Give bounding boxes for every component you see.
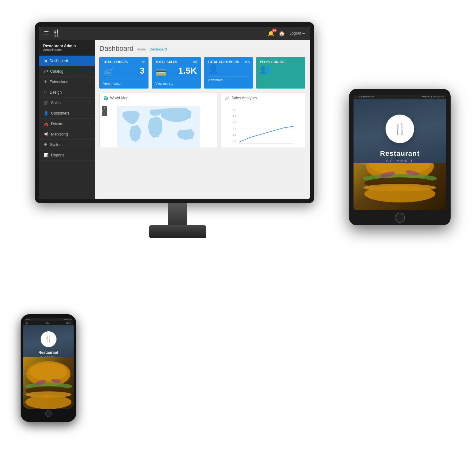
sidebar-label-extensions: Extensions (50, 80, 68, 84)
drivers-icon: 🚗 (44, 122, 49, 126)
svg-text:0.4: 0.4 (233, 134, 237, 136)
phone-burger-svg (23, 357, 74, 409)
marketing-icon: 📢 (44, 132, 49, 136)
phone-burger-area (23, 357, 74, 409)
design-arrow: › (89, 91, 90, 94)
monitor-neck (168, 203, 187, 225)
stat-card-online: PEOPLE ONLINE 👥 (256, 57, 305, 89)
phone-app-content: 🍴 Restaurant BY IMMWIT (23, 325, 74, 357)
phone-signal: VoLTE 4% (64, 319, 72, 321)
catalog-arrow: › (89, 70, 90, 73)
admin-body: Restaurant Admin Administrator ⊞ Dashboa… (39, 40, 310, 199)
map-zoom-in[interactable]: + (102, 106, 107, 111)
phone-stat-bar: 0% 0% 100% (23, 321, 74, 325)
stat-card-customers: TOTAL CUSTOMERS 0% 👤 View more... (204, 57, 253, 89)
tablet-screen: 27 Sat | 04:05 PM 0.06K/s ▲ VoLTE 4% 🍴 R… (354, 95, 446, 210)
tablet-app-name: Restaurant (380, 149, 420, 158)
phone-screen: 27 Sat VoLTE 4% 0% 0% 100% 🍴 Restaurant … (23, 318, 74, 409)
sidebar-item-sales[interactable]: 🛒 Sales › (39, 98, 95, 108)
notification-badge[interactable]: 🔔 24 (268, 30, 274, 36)
page-title: Dashboard (99, 44, 134, 53)
logout-button[interactable]: Logout ➜ (289, 31, 305, 36)
hamburger-icon[interactable]: ☰ (44, 30, 49, 37)
sidebar-item-drivers[interactable]: 🚗 Drivers › (39, 119, 95, 129)
monitor-outer: ☰ 🍴 🔔 24 🏠 Logout ➜ (35, 22, 314, 203)
tablet: 27 Sat | 04:05 PM 0.06K/s ▲ VoLTE 4% 🍴 R… (349, 89, 451, 225)
tablet-logo: 🍴 (386, 115, 414, 143)
world-map-header: 🌍 World Map (100, 93, 217, 103)
breadcrumb-home: Home (137, 47, 146, 51)
monitor-base (149, 225, 206, 238)
drivers-arrow: › (89, 122, 90, 126)
phone-stat3: 100% (66, 322, 71, 324)
sales-chart-svg: 1.2 1.0 0.8 0.6 0.4 0.2 (223, 106, 302, 147)
page-header: Dashboard Home › Dashboard (99, 44, 305, 53)
notification-count: 24 (272, 29, 277, 32)
world-map-title: World Map (110, 96, 129, 100)
tablet-app-content: 🍴 Restaurant BY IMMWIT (354, 99, 446, 163)
sales-chart-header: 📈 Sales Analytics (221, 93, 305, 103)
stat-label-online: PEOPLE ONLINE (260, 60, 301, 64)
phone-logo-icon: 🍴 (44, 335, 52, 343)
sidebar: Restaurant Admin Administrator ⊞ Dashboa… (39, 40, 95, 199)
main-content: Dashboard Home › Dashboard TOTAL ORDERS (95, 40, 310, 199)
scene: ☰ 🍴 🔔 24 🏠 Logout ➜ (16, 16, 460, 460)
world-map-body: + - (100, 103, 217, 148)
svg-point-27 (30, 363, 67, 381)
phone-stat2: 0% (46, 322, 49, 324)
sidebar-item-dashboard[interactable]: ⊞ Dashboard (39, 56, 95, 66)
topbar-right: 🔔 24 🏠 Logout ➜ (268, 30, 305, 36)
burger-visual (354, 163, 446, 210)
stat-pct-orders: 0% (141, 60, 145, 64)
sales-icon: 🛒 (44, 101, 49, 105)
customers-icon: 👤 (44, 111, 49, 116)
sidebar-item-marketing[interactable]: 📢 Marketing › (39, 129, 95, 140)
svg-text:1.0: 1.0 (233, 115, 237, 117)
chart-icon: 📈 (225, 96, 229, 100)
charts-row: 🌍 World Map + - (99, 93, 305, 148)
marketing-arrow: › (89, 133, 90, 136)
sidebar-label-catalog: Catalog (50, 69, 63, 74)
sales-stat-icon: 💳 (155, 67, 167, 78)
sales-view-more[interactable]: View more... (155, 80, 197, 85)
sales-arrow: › (89, 101, 90, 105)
customers-arrow: › (89, 112, 90, 115)
breadcrumb-current: Dashboard (150, 47, 167, 51)
monitor: ☰ 🍴 🔔 24 🏠 Logout ➜ (35, 22, 321, 238)
stat-card-sales: TOTAL SALES 0% 💳 1.5K View more... (152, 57, 201, 89)
topbar-left: ☰ 🍴 (44, 29, 61, 37)
sidebar-item-system[interactable]: ⚙ System › (39, 140, 95, 150)
home-icon[interactable]: 🏠 (279, 30, 285, 36)
catalog-icon: 🏷 (44, 69, 48, 74)
orders-view-more[interactable]: View more... (103, 80, 145, 85)
online-stat-icon: 👥 (260, 64, 271, 74)
sidebar-item-design[interactable]: ▢ Design › (39, 87, 95, 98)
globe-icon: 🌍 (103, 96, 108, 100)
stat-pct-customers: 0% (245, 60, 250, 64)
extensions-icon: ✛ (44, 80, 47, 84)
sales-chart-title: Sales Analytics (231, 96, 257, 100)
sidebar-item-customers[interactable]: 👤 Customers › (39, 108, 95, 119)
system-icon: ⚙ (44, 142, 47, 147)
sidebar-user: Restaurant Admin Administrator (39, 40, 95, 56)
monitor-screen: ☰ 🍴 🔔 24 🏠 Logout ➜ (39, 27, 310, 199)
sidebar-item-extensions[interactable]: ✛ Extensions › (39, 77, 95, 87)
sidebar-nav: ⊞ Dashboard 🏷 Catalog › (39, 56, 95, 199)
phone-time: 27 Sat (25, 319, 30, 321)
sidebar-user-name: Restaurant Admin (43, 44, 91, 48)
svg-text:0.8: 0.8 (233, 121, 237, 124)
sidebar-label-reports: Reports (51, 153, 64, 157)
svg-text:0.2: 0.2 (233, 140, 237, 143)
stat-value-orders: 3 (140, 66, 145, 76)
tablet-home-button[interactable] (395, 213, 405, 223)
sidebar-user-role: Administrator (43, 48, 91, 52)
sidebar-label-system: System (50, 142, 63, 147)
sidebar-item-catalog[interactable]: 🏷 Catalog › (39, 66, 95, 77)
svg-text:0.6: 0.6 (233, 127, 237, 130)
sidebar-item-reports[interactable]: 📊 Reports › (39, 150, 95, 161)
customers-view-more[interactable]: View more... (208, 76, 249, 82)
map-zoom-out[interactable]: - (102, 111, 107, 116)
phone-home-button[interactable] (45, 410, 52, 417)
stat-card-orders: TOTAL ORDERS 0% 🛒 3 View more... (99, 57, 149, 89)
design-icon: ▢ (44, 90, 47, 95)
